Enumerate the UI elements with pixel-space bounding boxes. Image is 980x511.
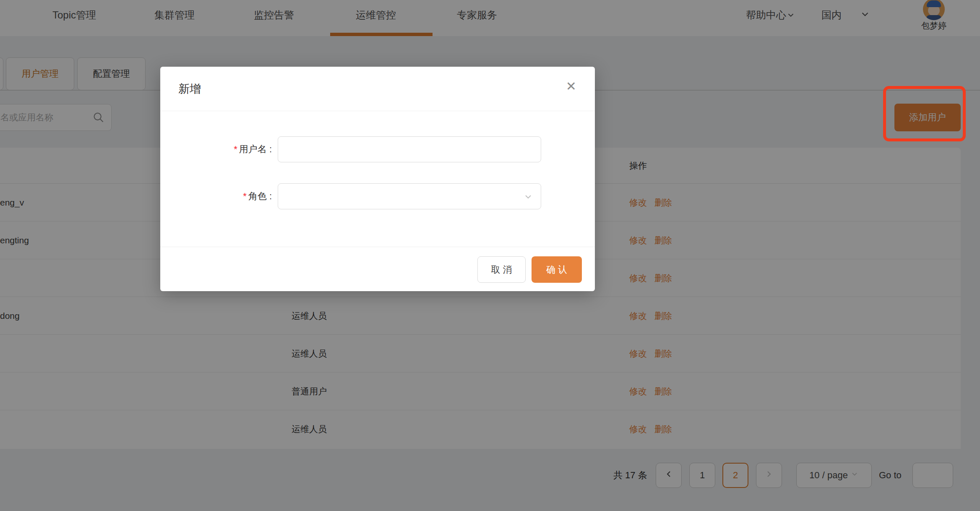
role-field-label: *角色 : (160, 183, 272, 209)
app-root: Topic管理 集群管理 监控告警 运维管控 专家服务 帮助中心 国内 包梦婷 … (0, 0, 980, 511)
cancel-button[interactable]: 取 消 (477, 256, 526, 283)
username-field-label: *用户名 : (160, 136, 272, 162)
add-user-modal: 新增 ✕ *用户名 : *角色 : 取 消 确 认 (160, 67, 595, 291)
close-icon[interactable]: ✕ (566, 80, 576, 93)
role-form-row: *角色 : (160, 183, 595, 209)
required-mark: * (243, 191, 247, 201)
modal-title: 新增 (178, 81, 201, 96)
username-field[interactable] (278, 136, 541, 162)
role-select[interactable] (278, 183, 541, 209)
modal-header: 新增 ✕ (160, 67, 595, 111)
modal-footer: 取 消 确 认 (160, 247, 595, 291)
annotation-highlight-box (883, 86, 966, 141)
required-mark: * (234, 144, 237, 154)
confirm-button[interactable]: 确 认 (532, 256, 582, 283)
username-form-row: *用户名 : (160, 136, 595, 162)
chevron-down-icon (523, 192, 533, 203)
